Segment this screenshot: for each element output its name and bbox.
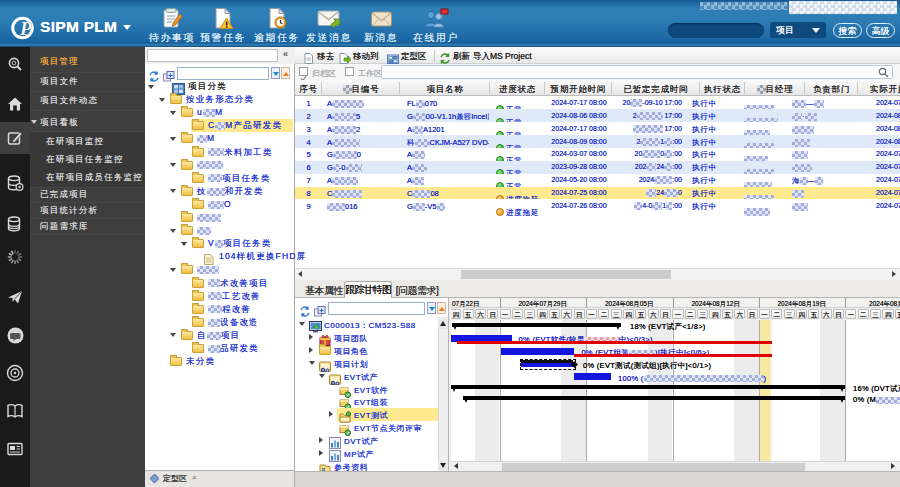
svg-text:P: P <box>19 18 32 39</box>
